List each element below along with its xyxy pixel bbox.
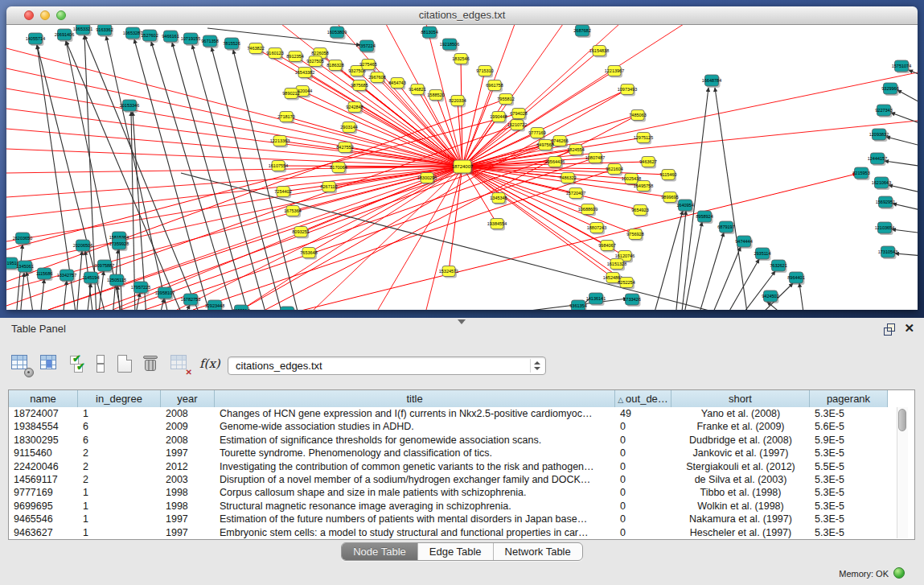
delete-column-icon[interactable]: [143, 355, 162, 374]
graph-node[interactable]: 10807487: [585, 153, 605, 165]
new-column-icon[interactable]: [117, 355, 137, 374]
graph-node[interactable]: 15751074: [892, 60, 911, 73]
graph-node[interactable]: 7815526: [223, 38, 240, 51]
graph-node[interactable]: 20564436: [545, 157, 565, 169]
graph-node[interactable]: 9474444: [735, 236, 752, 249]
graph-node[interactable]: 12213967: [605, 66, 624, 78]
graph-node[interactable]: 17310543: [878, 246, 897, 259]
graph-node[interactable]: 9163362: [96, 25, 113, 37]
graph-node[interactable]: 9715310: [476, 66, 493, 78]
tab-network-table[interactable]: Network Table: [494, 543, 582, 560]
graph-node[interactable]: 6794028: [510, 109, 527, 121]
graph-node[interactable]: 8267110: [320, 182, 337, 194]
graph-node[interactable]: 9984067: [598, 241, 615, 253]
graph-node[interactable]: 9146821: [409, 84, 425, 97]
graph-node[interactable]: 1733426: [623, 294, 640, 307]
graph-node[interactable]: 8958924: [696, 211, 713, 224]
graph-node[interactable]: 16107554: [269, 161, 288, 173]
graph-node[interactable]: 18724007: [452, 160, 474, 175]
graph-node[interactable]: 12103654: [875, 222, 894, 235]
graph-node[interactable]: 26203650: [13, 233, 32, 245]
column-header-pagerank[interactable]: pagerank: [810, 390, 888, 407]
function-builder-icon[interactable]: f(x): [199, 356, 219, 376]
graph-node[interactable]: 12093832: [869, 129, 889, 142]
graph-node[interactable]: 7485063: [629, 110, 646, 122]
graph-node[interactable]: 10973493: [618, 84, 637, 97]
graph-node[interactable]: 12213363: [270, 136, 290, 148]
graph-node[interactable]: 1588520: [427, 90, 444, 102]
graph-node[interactable]: 9875685: [351, 80, 368, 93]
graph-node[interactable]: 17957225: [131, 282, 150, 295]
graph-node[interactable]: 10958107: [155, 287, 175, 300]
graph-node[interactable]: 19218506: [440, 39, 459, 51]
graph-node[interactable]: 1699914: [232, 305, 249, 310]
graph-node[interactable]: 15692951: [876, 196, 895, 209]
graph-node[interactable]: 1990448: [490, 112, 507, 124]
graph-node[interactable]: 16782753: [181, 294, 200, 307]
graph-node[interactable]: 16053809: [327, 27, 347, 39]
table-row[interactable]: 1456911722003Disruption of a novel membe…: [9, 473, 914, 486]
memory-status-indicator[interactable]: [893, 567, 905, 579]
tab-node-table[interactable]: Node Table: [342, 543, 418, 560]
graph-node[interactable]: 8220334: [449, 96, 466, 108]
graph-node[interactable]: 9899695: [661, 192, 678, 204]
network-window-titlebar[interactable]: citations_edges.txt: [6, 6, 918, 25]
graph-node[interactable]: 10975887: [95, 260, 114, 273]
show-columns-icon[interactable]: [40, 355, 60, 374]
select-rows-icon[interactable]: ✔✔: [69, 355, 88, 374]
graph-node[interactable]: 9466161: [162, 31, 179, 43]
graph-node[interactable]: 8964401: [787, 272, 804, 285]
graph-node[interactable]: 9242848: [346, 102, 363, 114]
column-header-out_de[interactable]: △out_de…: [615, 390, 671, 407]
graph-node[interactable]: 9160123: [266, 48, 283, 60]
network-canvas[interactable]: 1405571420691406106533219163362106532871…: [6, 25, 918, 310]
graph-node[interactable]: 2935114: [754, 248, 770, 261]
graph-node[interactable]: 9621604: [606, 164, 622, 176]
graph-node[interactable]: 9777169: [528, 128, 545, 140]
table-row[interactable]: 2242004622012Investigating the contribut…: [9, 460, 914, 473]
table-row[interactable]: 911546021997Tourette syndrome. Phenomeno…: [9, 447, 914, 459]
graph-node[interactable]: 19384554: [487, 219, 507, 231]
graph-node[interactable]: 2967608: [368, 72, 385, 84]
graph-node[interactable]: 9115460: [659, 170, 676, 182]
graph-node[interactable]: 8427552: [336, 142, 353, 154]
graph-node[interactable]: 1675364: [284, 206, 301, 218]
table-row[interactable]: 1872400712008Changes of HCN gene express…: [9, 407, 914, 420]
graph-node[interactable]: 1824554: [567, 145, 584, 157]
scrollbar-thumb[interactable]: [898, 409, 906, 431]
graph-node[interactable]: 9654923: [631, 205, 648, 217]
graph-node[interactable]: 10653287: [123, 27, 142, 40]
table-row[interactable]: 946362711997Embryonic stem cells: a mode…: [9, 526, 914, 539]
graph-node[interactable]: 8093251: [292, 227, 309, 239]
graph-node[interactable]: 1640954: [676, 200, 693, 212]
table-row[interactable]: 1938455462009Genome-wide association stu…: [9, 420, 914, 433]
table-row[interactable]: 946554611997Estimation of the future num…: [9, 513, 914, 525]
graph-node[interactable]: 14055714: [26, 33, 45, 46]
graph-node[interactable]: 6961758: [486, 80, 503, 93]
table-mode-icon[interactable]: [11, 355, 31, 374]
graph-node[interactable]: 1115686: [36, 268, 53, 281]
tab-edge-table[interactable]: Edge Table: [418, 543, 494, 560]
graph-node[interactable]: 16154838: [589, 46, 609, 58]
delete-table-icon[interactable]: ✕: [170, 355, 190, 374]
graph-node[interactable]: 8454743: [388, 78, 405, 90]
table-row[interactable]: 969969511998Structural magnetic resonanc…: [9, 500, 914, 513]
graph-node[interactable]: 6497568: [536, 140, 553, 152]
column-header-name[interactable]: name: [9, 390, 78, 407]
column-header-in_degree[interactable]: in_degree: [78, 390, 161, 407]
close-panel-icon[interactable]: ✕: [904, 321, 914, 336]
graph-node[interactable]: 8215953: [852, 167, 869, 180]
graph-node[interactable]: 9227343: [875, 105, 892, 117]
vertical-scrollbar[interactable]: [897, 407, 908, 538]
graph-node[interactable]: 9756928: [626, 229, 643, 241]
graph-node[interactable]: 9671358: [201, 35, 218, 48]
graph-node[interactable]: 16648784: [702, 75, 721, 88]
graph-node[interactable]: 7955812: [497, 94, 514, 106]
row-height-icon[interactable]: [95, 355, 114, 374]
float-panel-icon[interactable]: [884, 323, 895, 335]
graph-node[interactable]: 12505115: [107, 274, 126, 287]
graph-node[interactable]: 16543382: [295, 68, 314, 80]
graph-node[interactable]: 9329966: [881, 83, 898, 96]
graph-node[interactable]: 12975125: [634, 133, 653, 145]
graph-node[interactable]: 9361354: [569, 300, 586, 310]
